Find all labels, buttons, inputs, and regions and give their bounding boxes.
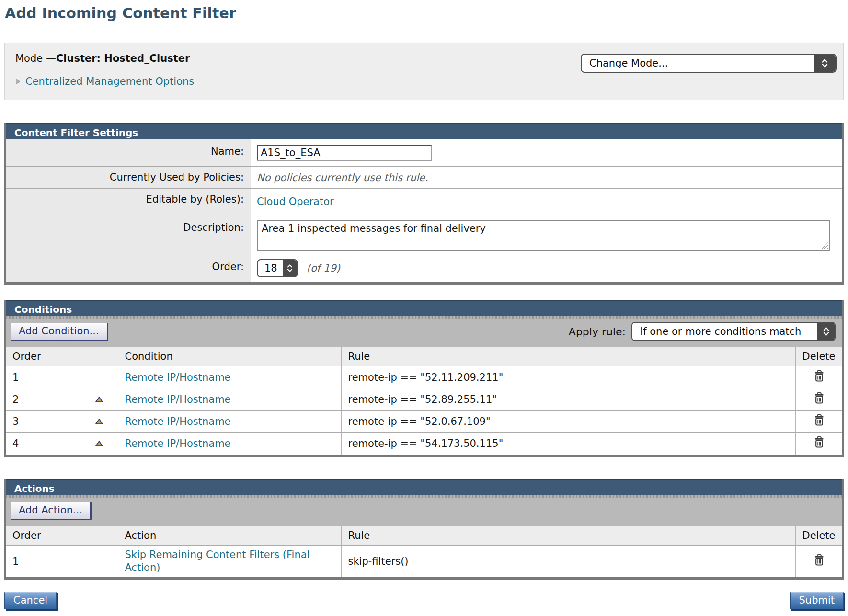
- action-rule: skip-filters(): [348, 556, 409, 567]
- condition-row: 3 Remote IP/Hostname remote-ip == "52.0.…: [6, 411, 842, 433]
- delete-trash-icon[interactable]: [814, 436, 825, 448]
- apply-rule-select[interactable]: If one or more conditions match: [631, 322, 836, 341]
- change-mode-selected-value: Change Mode...: [582, 57, 668, 69]
- condition-row: 2 Remote IP/Hostname remote-ip == "52.89…: [6, 388, 842, 411]
- policies-row: Currently Used by Policies: No policies …: [6, 167, 842, 189]
- order-label: Order:: [6, 254, 251, 282]
- action-row: 1 Skip Remaining Content Filters (Final …: [6, 545, 842, 577]
- mode-value: —Cluster: Hosted_Cluster: [46, 53, 190, 64]
- order-total-note: (of 19): [307, 262, 340, 274]
- order-row: Order: 18 (of 19): [6, 254, 842, 282]
- move-up-icon[interactable]: [95, 440, 103, 447]
- condition-rule: remote-ip == "52.89.255.11": [348, 394, 497, 405]
- roles-label: Editable by (Roles):: [6, 189, 251, 215]
- page-title: Add Incoming Content Filter: [5, 5, 848, 22]
- resize-handle-icon[interactable]: [821, 242, 828, 249]
- condition-order: 2: [12, 394, 19, 405]
- column-header-rule: Rule: [341, 526, 795, 546]
- add-action-button[interactable]: Add Action...: [11, 502, 92, 520]
- column-header-condition: Condition: [118, 347, 341, 366]
- add-condition-button[interactable]: Add Condition...: [11, 323, 108, 341]
- condition-row: 1 Remote IP/Hostname remote-ip == "52.11…: [6, 366, 842, 388]
- condition-rule: remote-ip == "54.173.50.115": [348, 438, 504, 449]
- disclosure-triangle-icon: [15, 78, 21, 85]
- order-select[interactable]: 18: [257, 259, 298, 277]
- settings-panel-header: Content Filter Settings: [6, 123, 842, 139]
- condition-order: 3: [12, 416, 19, 427]
- condition-link[interactable]: Remote IP/Hostname: [125, 372, 231, 383]
- cloud-operator-link[interactable]: Cloud Operator: [257, 196, 334, 207]
- condition-rule: remote-ip == "52.11.209.211": [348, 372, 504, 383]
- submit-button[interactable]: Submit: [790, 592, 844, 609]
- mode-box: Mode —Cluster: Hosted_Cluster Change Mod…: [4, 43, 844, 100]
- footer: Cancel Submit: [4, 592, 844, 609]
- conditions-panel: Conditions Add Condition... Apply rule: …: [4, 300, 844, 457]
- apply-rule-label: Apply rule:: [569, 326, 626, 338]
- column-header-delete: Delete: [795, 347, 842, 366]
- condition-link[interactable]: Remote IP/Hostname: [125, 394, 231, 405]
- content-filter-settings-panel: Content Filter Settings Name: Currently …: [4, 123, 844, 285]
- column-header-order: Order: [6, 526, 118, 546]
- condition-rule: remote-ip == "52.0.67.109": [348, 416, 491, 427]
- conditions-header-row: Order Condition Rule Delete: [6, 347, 842, 366]
- description-label: Description:: [6, 215, 251, 254]
- delete-trash-icon[interactable]: [814, 554, 825, 566]
- column-header-order: Order: [6, 347, 118, 366]
- condition-link[interactable]: Remote IP/Hostname: [125, 416, 231, 427]
- move-up-icon[interactable]: [95, 418, 103, 425]
- column-header-rule: Rule: [341, 347, 795, 366]
- column-header-action: Action: [118, 526, 341, 546]
- actions-table: Order Action Rule Delete 1 Skip Remainin…: [6, 526, 842, 578]
- select-stepper-icon: [817, 323, 835, 340]
- cancel-button[interactable]: Cancel: [4, 592, 57, 609]
- toolbar-texture: [6, 495, 842, 498]
- policies-label: Currently Used by Policies:: [6, 167, 251, 188]
- delete-trash-icon[interactable]: [814, 414, 825, 426]
- conditions-panel-header: Conditions: [6, 300, 842, 316]
- name-row: Name:: [6, 139, 842, 167]
- actions-header-row: Order Action Rule Delete: [6, 526, 842, 546]
- select-stepper-icon: [283, 260, 297, 276]
- description-text: Area 1 inspected messages for final deli…: [262, 223, 486, 234]
- condition-order: 1: [12, 372, 19, 383]
- centralized-management-options-link: Centralized Management Options: [25, 76, 194, 87]
- policies-value: No policies currently use this rule.: [257, 172, 428, 183]
- move-up-icon[interactable]: [95, 396, 103, 403]
- actions-toolbar: Add Action...: [6, 495, 842, 526]
- condition-order: 4: [12, 438, 19, 449]
- roles-row: Editable by (Roles): Cloud Operator: [6, 189, 842, 215]
- conditions-table: Order Condition Rule Delete 1 Remote IP/…: [6, 347, 842, 455]
- actions-panel-header: Actions: [6, 479, 842, 495]
- actions-panel: Actions Add Action... Order Action Rule …: [4, 479, 844, 580]
- page: Add Incoming Content Filter Mode —Cluste…: [0, 5, 848, 609]
- name-label: Name:: [6, 139, 251, 166]
- conditions-toolbar: Add Condition... Apply rule: If one or m…: [6, 316, 842, 347]
- action-link[interactable]: Skip Remaining Content Filters (Final Ac…: [125, 549, 310, 573]
- name-input[interactable]: [257, 145, 432, 161]
- delete-trash-icon[interactable]: [814, 392, 825, 404]
- description-textarea[interactable]: Area 1 inspected messages for final deli…: [257, 220, 830, 251]
- description-row: Description: Area 1 inspected messages f…: [6, 215, 842, 254]
- order-selected-value: 18: [258, 262, 277, 274]
- centralized-management-options-toggle[interactable]: Centralized Management Options: [15, 76, 836, 87]
- delete-trash-icon[interactable]: [814, 370, 825, 382]
- toolbar-texture: [6, 316, 842, 319]
- condition-row: 4 Remote IP/Hostname remote-ip == "54.17…: [6, 433, 842, 455]
- change-mode-select[interactable]: Change Mode...: [581, 54, 837, 73]
- apply-rule-selected-value: If one or more conditions match: [632, 326, 801, 337]
- select-stepper-icon: [814, 55, 836, 72]
- mode-label: Mode: [15, 53, 43, 64]
- action-order: 1: [12, 556, 19, 567]
- condition-link[interactable]: Remote IP/Hostname: [125, 438, 231, 449]
- column-header-delete: Delete: [795, 526, 842, 546]
